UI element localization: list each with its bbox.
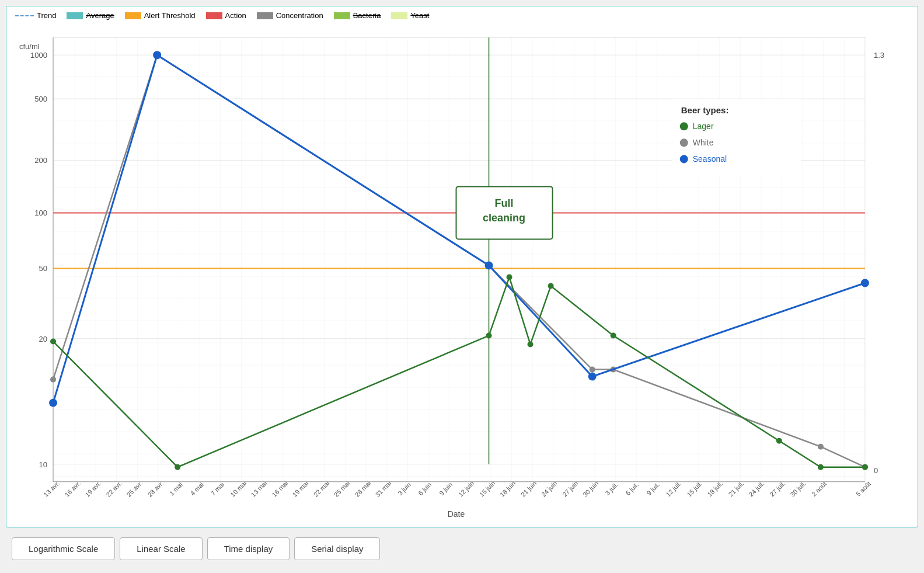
xdate-26: 30 juin <box>581 480 599 498</box>
alert-icon <box>125 12 141 19</box>
xdate-13: 22 mai <box>312 480 331 498</box>
xdate-33: 21 juil. <box>727 480 745 498</box>
xdate-35: 27 juil. <box>769 480 787 498</box>
legend-average: Average <box>67 11 114 20</box>
svg-point-19 <box>680 155 688 163</box>
yeast-icon <box>391 12 407 19</box>
y-20: 20 <box>39 335 47 343</box>
x-axis-title: Date <box>448 509 465 519</box>
bottom-buttons: Logarithmic Scale Linear Scale Time disp… <box>6 530 918 567</box>
lager-dot-0 <box>50 339 56 345</box>
legend-trend-label: Trend <box>37 11 56 20</box>
xdate-9: 10 mai <box>229 480 248 498</box>
legend-bacteria-label: Bacteria <box>353 11 381 20</box>
average-icon <box>67 12 83 19</box>
seasonal-dot-4 <box>861 279 869 287</box>
right-y-bottom: 0 <box>874 466 878 475</box>
xdate-10: 13 mai <box>250 480 269 498</box>
serial-display-button[interactable]: Serial display <box>294 537 380 560</box>
y-10: 10 <box>39 460 47 469</box>
lager-dot-2 <box>486 333 492 339</box>
svg-point-17 <box>680 122 688 130</box>
chart-area: cfu/ml 1000 500 <box>12 25 912 524</box>
xdate-31: 15 juil. <box>685 480 703 498</box>
xdate-17: 3 juin <box>396 481 412 496</box>
lager-dot-4 <box>528 342 534 348</box>
xdate-36: 30 juil. <box>789 480 807 498</box>
bacteria-icon <box>334 12 350 19</box>
beer-types-title: Beer types: <box>681 105 729 115</box>
concentration-icon <box>257 12 273 19</box>
xdate-32: 18 juil. <box>706 480 724 498</box>
legend-action-label: Action <box>225 11 246 20</box>
legend-action: Action <box>206 11 246 20</box>
xdate-23: 21 juin <box>519 480 538 498</box>
legend-average-label: Average <box>86 11 114 20</box>
beer-seasonal-label: Seasonal <box>693 154 727 164</box>
xdate-14: 25 mai <box>333 480 351 498</box>
lager-dot-7 <box>776 438 782 444</box>
legend-bacteria: Bacteria <box>334 11 381 20</box>
log-scale-button[interactable]: Logarithmic Scale <box>12 537 115 560</box>
beer-white-label: White <box>693 138 714 147</box>
seasonal-dot-0 <box>49 399 57 407</box>
legend-alert: Alert Threshold <box>125 11 196 20</box>
xdate-8: 7 mai <box>210 481 226 497</box>
xdate-20: 12 juin <box>457 480 475 498</box>
y-200: 200 <box>34 156 47 165</box>
xdate-5: 28 avr. <box>146 480 165 498</box>
time-display-button[interactable]: Time display <box>207 537 290 560</box>
xdate-37: 2 août <box>810 480 828 498</box>
xdate-7: 4 mai <box>189 481 205 497</box>
beer-lager-label: Lager <box>693 121 714 131</box>
legend-yeast-label: Yeast <box>410 11 429 20</box>
legend-bar: Trend Average Alert Threshold Action Con… <box>6 6 918 25</box>
legend-trend: Trend <box>15 11 56 20</box>
xdate-25: 27 juin <box>561 480 579 498</box>
xdate-34: 24 juil. <box>748 480 766 498</box>
legend-concentration-label: Concentration <box>276 11 323 20</box>
chart-wrapper: Trend Average Alert Threshold Action Con… <box>6 6 918 527</box>
chart-svg: cfu/ml 1000 500 <box>12 25 912 524</box>
white-dot-0 <box>50 377 56 383</box>
xdate-4: 25 avr. <box>125 480 144 498</box>
trend-icon <box>15 15 34 16</box>
lager-dot-8 <box>818 464 824 470</box>
xdate-11: 16 mai <box>271 480 290 498</box>
legend-concentration: Concentration <box>257 11 323 20</box>
xdate-22: 18 juin <box>498 480 517 498</box>
y-100: 100 <box>34 209 47 217</box>
legend-alert-label: Alert Threshold <box>144 11 196 20</box>
white-dot-3 <box>590 367 595 373</box>
xdate-12: 19 mai <box>291 480 310 498</box>
white-dot-5 <box>818 444 824 450</box>
xdate-0: 13 avr. <box>42 480 61 498</box>
legend-yeast: Yeast <box>391 11 429 20</box>
linear-scale-button[interactable]: Linear Scale <box>120 537 202 560</box>
xdate-27: 3 juil. <box>604 481 620 497</box>
xdate-19: 9 juin <box>438 481 454 496</box>
seasonal-dot-2 <box>485 261 493 269</box>
seasonal-dot-1 <box>153 51 161 59</box>
action-icon <box>206 12 222 19</box>
lager-dot-6 <box>611 333 616 339</box>
xdate-6: 1 mai <box>168 481 184 497</box>
xdate-29: 9 juil. <box>646 481 661 497</box>
y-500: 500 <box>34 95 47 103</box>
xdate-3: 22 avr. <box>104 480 123 498</box>
xdate-21: 15 juin <box>478 480 496 498</box>
right-y-top: 1.3 <box>874 51 884 60</box>
xdate-30: 12 juil. <box>664 480 682 498</box>
y-1000: 1000 <box>30 51 47 60</box>
xdate-38: 5 août <box>855 480 872 498</box>
y-axis-title: cfu/ml <box>19 42 40 51</box>
lager-dot-9 <box>862 464 868 470</box>
lager-dot-1 <box>175 464 180 470</box>
xdate-16: 31 mai <box>374 480 393 498</box>
lager-dot-5 <box>548 283 554 289</box>
annotation-title-line2: cleaning <box>483 212 525 224</box>
annotation-title-line1: Full <box>495 197 514 209</box>
xdate-24: 24 juin <box>540 480 558 498</box>
lager-dot-3 <box>507 275 512 280</box>
xdate-1: 16 avr. <box>63 480 82 498</box>
